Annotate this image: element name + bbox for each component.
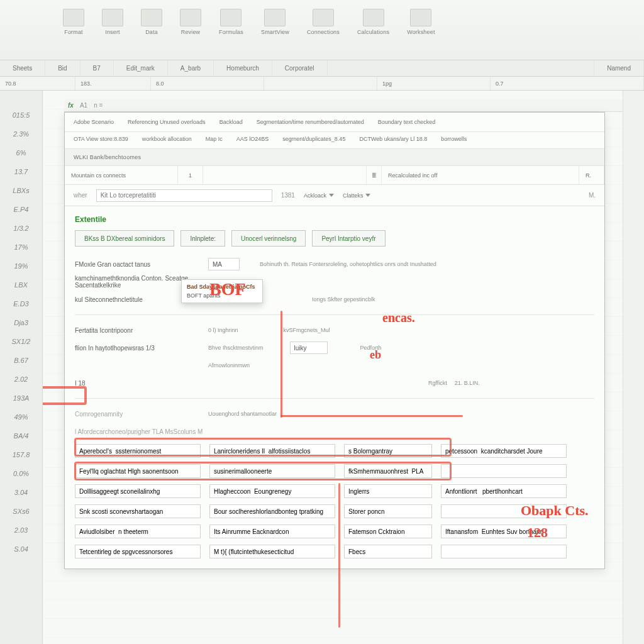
btn-inlnplete[interactable]: Inlnplete: (180, 230, 225, 247)
luiky-input[interactable] (290, 341, 328, 354)
rownum[interactable]: 19% (0, 257, 42, 275)
colhead-a[interactable]: 70.8 (0, 77, 75, 90)
ribbon-group-insert[interactable]: Insert (102, 9, 123, 60)
dropdown-acklock[interactable]: Ackloack (304, 192, 334, 199)
tb2-item[interactable]: Map Ic (206, 136, 223, 142)
ribbon-group-smartview[interactable]: SmartView (261, 9, 289, 60)
ribbon-label: Format (64, 29, 83, 35)
tb-item[interactable]: Adobe Scenario (74, 119, 114, 125)
tab-namend[interactable]: Namend (594, 60, 644, 76)
tb2-item[interactable]: workbook allocation (142, 136, 192, 142)
grid-input[interactable] (344, 464, 432, 478)
ribbon-group-data[interactable]: Data (141, 9, 162, 60)
tab-editmark[interactable]: Edit_mark (114, 60, 168, 76)
grid-input[interactable] (209, 504, 335, 518)
dropdown-clatteks[interactable]: Clatteks (343, 192, 371, 199)
rownum[interactable]: 0.0% (0, 464, 42, 483)
rownum[interactable]: 1/3.2 (0, 219, 42, 238)
ribbon-group-worksheet[interactable]: Worksheet (407, 9, 435, 60)
rownum[interactable]: 2.02 (0, 370, 42, 389)
tb-item[interactable]: Backload (219, 119, 243, 125)
rownum[interactable]: 2.3% (0, 125, 42, 143)
colhead-f[interactable]: 0.7 (491, 77, 644, 90)
rownum[interactable]: Dja3 (0, 313, 42, 332)
grid-input[interactable] (441, 545, 567, 558)
grid-input[interactable] (209, 464, 335, 478)
tb-item[interactable]: Boundary text checked (378, 119, 436, 125)
search-input[interactable] (96, 189, 272, 202)
tb-item[interactable]: Referencing Unused overloads (128, 119, 206, 125)
grid-input[interactable] (75, 464, 201, 478)
rownum[interactable]: 6% (0, 143, 42, 162)
grid-input[interactable] (441, 504, 567, 518)
rownum[interactable]: 193A (0, 389, 42, 408)
grid-input[interactable] (344, 444, 432, 458)
ribbon-group-format[interactable]: Format (63, 9, 84, 60)
grid-input[interactable] (209, 545, 335, 558)
grid-input[interactable] (75, 525, 201, 538)
ribbon-label: Data (145, 29, 158, 35)
ribbon-group-connections[interactable]: Connections (307, 9, 340, 60)
colhead-c[interactable]: 8.0 (151, 77, 264, 90)
rownum[interactable]: 015:5 (0, 106, 42, 125)
list-icon[interactable]: ≣ (367, 166, 382, 184)
rownum[interactable]: SXs6 (0, 502, 42, 521)
grid-input[interactable] (75, 444, 201, 458)
rownum[interactable]: 157.8 (0, 445, 42, 464)
grid-input[interactable] (441, 444, 567, 458)
tb2-item[interactable]: AAS lO24BS (236, 136, 269, 142)
btn-unocerl[interactable]: Unocerl verinnelsng (231, 230, 306, 247)
grid-input[interactable] (344, 484, 432, 498)
tab-b7[interactable]: B7 (80, 60, 114, 76)
ribbon-group-review[interactable]: Review (180, 9, 201, 60)
tb2-item[interactable]: DCTWeb ukans/ary Ll 18.8 (359, 136, 427, 142)
grid-input[interactable] (209, 444, 335, 458)
tb2-item[interactable]: OTA View store:8.839 (74, 136, 128, 142)
grid-input[interactable] (75, 545, 201, 558)
ribbon-group-formulas[interactable]: Formulas (219, 9, 243, 60)
sheet[interactable]: fx A1 n = Adobe Scenario Referencing Unu… (43, 91, 644, 644)
rownum[interactable]: BA/4 (0, 426, 42, 445)
grid-input[interactable] (344, 504, 432, 518)
divider (75, 314, 594, 315)
tb-item[interactable]: Segmentation/time renumbered/automated (257, 119, 364, 125)
namebox[interactable]: A1 (80, 102, 87, 109)
tab-corporatel[interactable]: Corporatel (272, 60, 328, 76)
tab-bid[interactable]: Bid (45, 60, 80, 76)
grid-input[interactable] (75, 504, 201, 518)
rownum[interactable]: SX1/2 (0, 332, 42, 351)
tab-abarb[interactable]: A_barb (168, 60, 214, 76)
rownum[interactable]: 13.7 (0, 162, 42, 181)
rownum[interactable]: LBX (0, 275, 42, 294)
grid-input[interactable] (441, 464, 567, 478)
review-icon (180, 9, 201, 26)
colhead-b[interactable]: 183. (75, 77, 151, 90)
rownum[interactable]: 3.04 (0, 483, 42, 502)
tb2-item[interactable]: segment/duplicates_8.45 (282, 136, 345, 142)
grid-input[interactable] (441, 525, 567, 538)
rownum[interactable]: E.D3 (0, 294, 42, 313)
rownum[interactable]: LBXs (0, 181, 42, 200)
grid-input[interactable] (75, 484, 201, 498)
tb2-item[interactable]: borrowells (441, 136, 467, 142)
filter-value[interactable]: 1 (178, 166, 203, 184)
rownum[interactable]: 17% (0, 238, 42, 257)
btn-peyrl[interactable]: Peyrl Intarptio veyfr (312, 230, 385, 247)
rownum[interactable]: S.04 (0, 540, 42, 558)
colhead-d[interactable] (264, 77, 377, 90)
colhead-e[interactable]: 1pg (377, 77, 491, 90)
tab-sheets[interactable]: Sheets (0, 60, 45, 76)
grid-input[interactable] (209, 484, 335, 498)
ribbon-group-calculations[interactable]: Calculations (357, 9, 389, 60)
tab-homeburch[interactable]: Homeburch (214, 60, 272, 76)
grid-input[interactable] (344, 545, 432, 558)
row-input[interactable] (208, 258, 240, 270)
rownum[interactable]: 2.03 (0, 521, 42, 540)
grid-input[interactable] (344, 525, 432, 538)
grid-input[interactable] (441, 484, 567, 498)
rownum[interactable]: E.P4 (0, 200, 42, 219)
grid-input[interactable] (209, 525, 335, 538)
btn-dxbereal[interactable]: BKss B DXbereal sominidors (75, 230, 174, 247)
rownum[interactable]: B.67 (0, 351, 42, 370)
rownum[interactable]: 49% (0, 408, 42, 426)
